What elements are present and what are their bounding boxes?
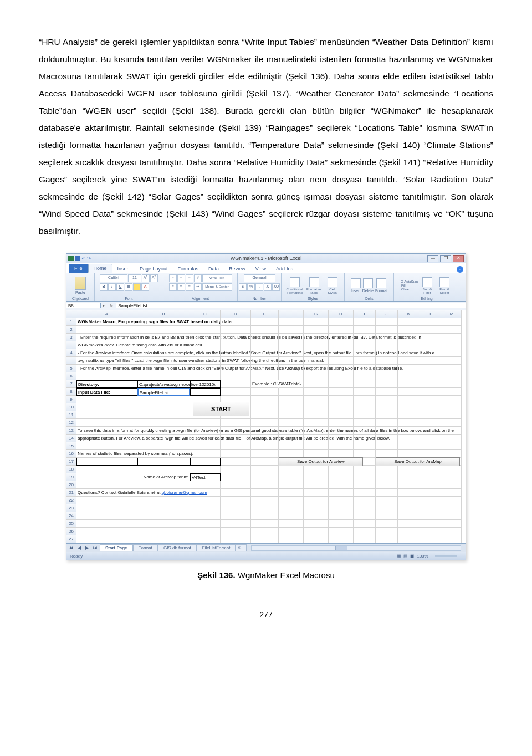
col-header[interactable]: C: [190, 310, 221, 318]
orientation-icon[interactable]: ⤢: [194, 274, 202, 282]
merge-center-button[interactable]: Merge & Center: [202, 283, 232, 291]
view-layout-icon[interactable]: ▤: [403, 554, 408, 559]
row-header[interactable]: 17: [66, 458, 76, 466]
align-right-icon[interactable]: ≡: [186, 283, 193, 291]
col-header[interactable]: M: [442, 310, 462, 318]
col-header[interactable]: K: [398, 310, 420, 318]
redo-icon[interactable]: ↷: [87, 256, 91, 261]
row-header[interactable]: 18: [66, 466, 76, 473]
select-all-corner[interactable]: [66, 310, 76, 318]
find-select-icon[interactable]: [439, 277, 449, 287]
row-header[interactable]: 9: [66, 396, 76, 403]
fill-color-icon[interactable]: [133, 283, 141, 291]
horizontal-scrollbar[interactable]: [251, 545, 461, 551]
autosum-button[interactable]: Σ AutoSum: [401, 280, 418, 283]
fill-button[interactable]: Fill: [401, 284, 418, 287]
conditional-formatting-icon[interactable]: [290, 277, 300, 287]
row-header[interactable]: [66, 341, 76, 349]
save-arcmap-button[interactable]: Save Output for ArcMap: [376, 457, 460, 466]
sheet-tab-gis[interactable]: GIS db format: [158, 544, 197, 551]
cell-input-file-label[interactable]: Input Data File:: [76, 388, 137, 396]
col-header[interactable]: I: [354, 310, 376, 318]
undo-icon[interactable]: ↶: [81, 256, 86, 261]
align-bot-icon[interactable]: ≡: [186, 274, 193, 282]
font-name[interactable]: Calibri: [100, 274, 127, 282]
zoom-in-icon[interactable]: +: [459, 554, 462, 559]
number-format[interactable]: General: [244, 274, 275, 282]
italic-button[interactable]: I: [108, 283, 116, 291]
sort-filter-icon[interactable]: [422, 277, 432, 287]
cell-directory-value[interactable]: C:\projects\swat\wgn-excel\ver122010\: [137, 380, 190, 388]
align-mid-icon[interactable]: ≡: [177, 274, 185, 282]
row-header[interactable]: 12: [66, 419, 76, 427]
cell-directory-label[interactable]: Directory:: [76, 380, 137, 388]
row-header[interactable]: 4: [66, 349, 76, 357]
format-cells-icon[interactable]: [376, 278, 386, 288]
start-button[interactable]: START: [193, 402, 249, 416]
name-box[interactable]: B8: [66, 303, 101, 308]
close-button[interactable]: ✕: [453, 255, 464, 262]
save-arcview-button[interactable]: Save Output for Arcview: [279, 457, 363, 466]
decrease-font-icon[interactable]: A˅: [150, 274, 158, 282]
comma-icon[interactable]: ,: [255, 283, 263, 291]
cell[interactable]: appropriate button. For ArcView, a separ…: [76, 435, 137, 442]
cell[interactable]: WGNmaker4.docx. Denote missing data with…: [76, 341, 137, 349]
row-header[interactable]: 11: [66, 411, 76, 419]
row-header[interactable]: 13: [66, 427, 76, 435]
minimize-button[interactable]: —: [427, 255, 438, 262]
align-left-icon[interactable]: ≡: [169, 283, 177, 291]
cell[interactable]: .wgn suffix as type "all files." Load th…: [76, 357, 137, 365]
col-header[interactable]: H: [329, 310, 354, 318]
tab-page-layout[interactable]: Page Layout: [135, 265, 173, 273]
cell-arcmap-label[interactable]: Name of ArcMap table:: [137, 473, 190, 481]
underline-button[interactable]: U: [116, 283, 124, 291]
row-header[interactable]: 25: [66, 520, 76, 528]
row-header[interactable]: 22: [66, 497, 76, 504]
cell-arcmap-value[interactable]: V4Test: [190, 473, 221, 481]
cell[interactable]: - For the ArcMap interface, enter a file…: [76, 365, 137, 372]
row-header[interactable]: 8: [66, 388, 76, 396]
row-header[interactable]: 7: [66, 380, 76, 388]
indent-icon[interactable]: ⇥: [194, 283, 202, 291]
align-top-icon[interactable]: ≡: [169, 274, 177, 282]
cell-example[interactable]: Example : C:\SWATdata\: [251, 380, 279, 388]
increase-font-icon[interactable]: A˄: [142, 274, 150, 282]
name-dropdown-icon[interactable]: ▾: [101, 303, 106, 308]
tab-home[interactable]: Home: [88, 264, 112, 273]
row-header[interactable]: 24: [66, 512, 76, 520]
zoom-out-icon[interactable]: −: [431, 554, 433, 559]
zoom-level[interactable]: 100%: [417, 554, 428, 559]
font-color-icon[interactable]: A: [141, 283, 149, 291]
dec-decimal-icon[interactable]: .00: [272, 283, 280, 291]
tab-addins[interactable]: Add-Ins: [271, 265, 298, 273]
clear-button[interactable]: Clear: [401, 288, 418, 291]
cell[interactable]: - For the Arcview interface: Once calcul…: [76, 349, 137, 357]
col-header[interactable]: L: [420, 310, 442, 318]
row-header[interactable]: 14: [66, 435, 76, 442]
col-header[interactable]: G: [304, 310, 329, 318]
sheet-tab-start-page[interactable]: Start Page: [100, 544, 133, 551]
row-header[interactable]: 6: [66, 372, 76, 380]
sheet-tab-filelist[interactable]: FileListFormat: [197, 544, 236, 551]
sheet-tab-format[interactable]: Format: [133, 544, 158, 551]
inc-decimal-icon[interactable]: .0: [264, 283, 272, 291]
cell-contact[interactable]: Questions? Contact Gabrielle Boisramé at…: [76, 489, 137, 497]
save-icon[interactable]: [75, 256, 80, 261]
col-header[interactable]: J: [376, 310, 398, 318]
bold-button[interactable]: B: [100, 283, 108, 291]
row-header[interactable]: 21: [66, 489, 76, 497]
col-header[interactable]: B: [137, 310, 190, 318]
view-normal-icon[interactable]: ▦: [397, 554, 401, 559]
row-header[interactable]: 10: [66, 403, 76, 411]
fx-icon[interactable]: fx: [106, 303, 116, 308]
row-header[interactable]: 16: [66, 450, 76, 458]
sheet-nav-next-icon[interactable]: ▶: [83, 545, 91, 550]
row-header[interactable]: 23: [66, 504, 76, 512]
tab-view[interactable]: View: [250, 265, 271, 273]
zoom-slider[interactable]: [435, 555, 457, 557]
view-break-icon[interactable]: ▣: [410, 554, 415, 559]
sheet-nav-last-icon[interactable]: ⏭: [91, 545, 100, 550]
col-header[interactable]: E: [251, 310, 279, 318]
sheet-nav-prev-icon[interactable]: ◀: [75, 545, 83, 550]
delete-cells-icon[interactable]: [363, 278, 373, 288]
